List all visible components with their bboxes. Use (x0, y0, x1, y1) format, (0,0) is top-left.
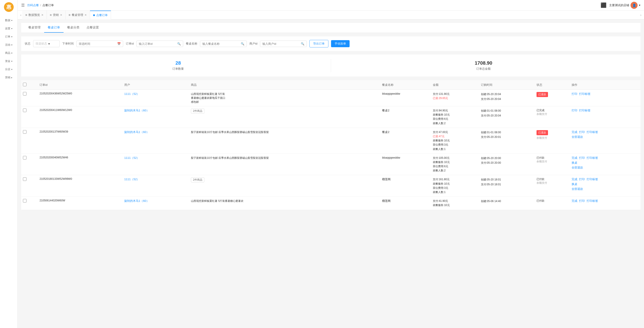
print-button[interactable]: 打印 (579, 130, 585, 134)
order-id-input[interactable]: 🔍 (136, 40, 183, 47)
add-order-button[interactable]: 手动加单 (331, 40, 350, 47)
change-table-button[interactable]: 换桌 (572, 161, 577, 165)
print-button[interactable]: 打印 (579, 199, 585, 203)
user-link[interactable]: 旋转的木马1（60） (124, 199, 149, 203)
sub-nav-table-category[interactable]: 餐桌分类 (64, 23, 83, 33)
row-checkbox[interactable] (23, 177, 26, 181)
qr-icon[interactable]: ⬛ (600, 2, 606, 8)
row-actions: 完成 打印 打印标签 换桌 全部退款 (570, 154, 640, 175)
sidebar-item-settings[interactable]: 设置 ▾ (0, 24, 18, 33)
order-id-field[interactable] (139, 42, 176, 45)
hamburger-icon[interactable]: ☰ (21, 3, 25, 8)
tab-close-button[interactable]: ✕ (84, 13, 87, 16)
amount-info: 支付:105.00元 就餐服务:10元 茶位费用:6元 就餐人数:2 (433, 156, 477, 173)
print-tag-button[interactable]: 打印标签 (579, 108, 590, 112)
tab-table-management[interactable]: 餐桌管理 ✕ (66, 10, 90, 19)
store-selector[interactable]: 主要测试的店铺 👤 ▾ (609, 2, 640, 9)
tab-order-list[interactable]: 点餐订单 (90, 10, 111, 19)
row-table-name: 餐桌2 (380, 106, 431, 128)
sub-nav-order-settings[interactable]: 点餐设置 (83, 23, 102, 33)
row-user: 1111（52） (122, 175, 189, 197)
table-name-field[interactable] (202, 42, 240, 45)
export-orders-button[interactable]: 导出订单 (310, 40, 328, 47)
tab-label: 餐桌管理 (72, 13, 83, 17)
row-amount: 支付:41.90元 就餐服务:10元 (431, 197, 479, 210)
sub-nav-table-orders[interactable]: 餐桌订单 (44, 23, 64, 33)
row-amount: 支付:47.00元 已退:47元 就餐服务:10元 茶位费用:3元 就餐人数:1 (431, 128, 479, 154)
full-refund-button[interactable]: 全部退款 (572, 135, 583, 139)
tab-data-preview[interactable]: 数据预览 ✕ (22, 10, 47, 19)
row-checkbox[interactable] (23, 130, 26, 134)
status-badge-refunded: 已退款 (536, 92, 548, 97)
row-checkbox[interactable] (23, 199, 26, 203)
user-link[interactable]: 1111（52） (124, 178, 140, 181)
th-status: 状态 (535, 80, 570, 90)
action-group: 完成 打印 打印标签 换桌 全部退款 (572, 177, 639, 191)
print-button[interactable]: 打印 (572, 108, 577, 112)
tab-close-button[interactable]: ✕ (60, 13, 62, 16)
row-goods: 2件商品 (189, 175, 380, 197)
sidebar-item-data[interactable]: 数据 ▾ (0, 16, 18, 24)
sidebar-item-orders[interactable]: 订单 ▾ (0, 33, 18, 41)
print-button[interactable]: 打印 (579, 156, 585, 160)
row-goods: 梨子新鲜箱装10斤包邮 应季水果山西酥梨赛砀山梨雪梨皇冠梨香梨 (189, 128, 380, 154)
print-button[interactable]: 打印 (572, 92, 577, 96)
table-header-row: 订单id 用户 商品 餐桌名称 金额 订购时间 状态 操作 (21, 80, 640, 90)
sidebar-item-marketing[interactable]: 营销 ▸ (0, 73, 18, 82)
user-link[interactable]: 1111（52） (124, 156, 140, 159)
complete-button[interactable]: 完成 (572, 156, 577, 160)
tab-close-button[interactable]: ✕ (41, 13, 44, 16)
status-filter-select[interactable]: 筛选状态 ▾ (33, 40, 60, 47)
full-refund-button[interactable]: 全部退款 (572, 166, 583, 170)
row-table-name: 餐桌2 (380, 128, 431, 154)
full-refund-button[interactable]: 全部退款 (572, 187, 583, 191)
row-checkbox[interactable] (23, 156, 26, 159)
print-tag-button[interactable]: 打印标签 (586, 177, 598, 181)
user-link[interactable]: 旋转的木马1（60） (124, 130, 149, 134)
table-name-input[interactable]: 🔍 (200, 40, 247, 47)
print-tag-button[interactable]: 打印标签 (586, 156, 598, 160)
action-row-3: 全部退款 (572, 166, 639, 170)
print-tag-button[interactable]: 打印标签 (579, 92, 590, 96)
tab-marketing[interactable]: 营销 ✕ (47, 10, 66, 19)
row-time: 创建:05-20 20:04 支付:05-20 20:04 (479, 90, 535, 106)
complete-button[interactable]: 完成 (572, 199, 577, 203)
amount-info: 支付:131.90元 已退:29.65元 (433, 92, 477, 100)
time-filter-input[interactable]: 📅 (76, 40, 123, 47)
row-user: 1111（52） (122, 154, 189, 175)
print-tag-button[interactable]: 打印标签 (586, 130, 598, 134)
sidebar-item-goods[interactable]: 商品 ▾ (0, 49, 18, 57)
select-all-checkbox[interactable] (23, 83, 26, 86)
chevron-down-icon: ▾ (11, 35, 12, 38)
goods-text: 梨子新鲜箱装10斤包邮 应季水果山西酥梨赛砀山梨雪梨皇冠梨香梨 (191, 130, 378, 134)
tab-scroll-left-button[interactable]: ‹ (20, 13, 22, 17)
time-input-field[interactable] (79, 42, 116, 45)
sidebar-item-activities[interactable]: 活动 ▾ (0, 41, 18, 49)
change-table-button[interactable]: 换桌 (572, 182, 577, 186)
row-checkbox[interactable] (23, 108, 26, 112)
status-badge-refunded: 已退款 (536, 130, 548, 135)
row-table-name: bbaqqqeeddw (380, 90, 431, 106)
search-icon[interactable]: 🔍 (177, 42, 181, 45)
breadcrumb-parent[interactable]: 扫码点餐 (27, 3, 39, 7)
sub-nav-table-management[interactable]: 餐桌管理 (25, 23, 44, 33)
sidebar-item-finance[interactable]: 资金 ▾ (0, 57, 18, 65)
complete-button[interactable]: 完成 (572, 130, 577, 134)
user-link[interactable]: 旋转的木马1（60） (124, 109, 149, 112)
merchant-id-input[interactable]: 🔍 (260, 40, 307, 47)
breadcrumb: 扫码点餐 / 点餐订单 (27, 3, 54, 7)
merchant-id-field[interactable] (262, 42, 300, 45)
tab-scroll-right-button[interactable]: › (639, 13, 642, 17)
print-tag-button[interactable]: 打印标签 (586, 199, 598, 203)
user-link[interactable]: 1111（52） (124, 92, 140, 95)
sidebar-item-branches[interactable]: 分店 ▾ (0, 65, 18, 73)
time-info: 创建:01-01 08:00 支付:05-20 20:04 (481, 108, 533, 118)
search-icon[interactable]: 🔍 (241, 42, 244, 45)
row-checkbox[interactable] (23, 92, 26, 95)
action-row-2: 换桌 (572, 182, 639, 186)
row-table-name: bbaqqqeeddw (380, 154, 431, 175)
complete-button[interactable]: 完成 (572, 177, 577, 181)
order-count-value: 28 (26, 60, 331, 66)
print-button[interactable]: 打印 (579, 177, 585, 181)
search-icon[interactable]: 🔍 (301, 42, 304, 45)
